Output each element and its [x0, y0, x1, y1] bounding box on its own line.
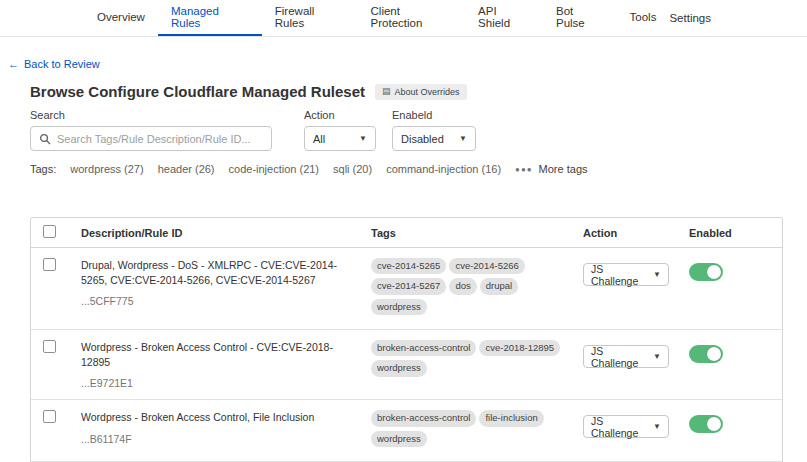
filters-row: Search Action All ▼ Enabeld Disable: [30, 109, 783, 151]
about-overrides-badge[interactable]: ▤ About Overrides: [375, 84, 467, 100]
tag-filter[interactable]: header (26): [158, 163, 215, 175]
rule-id: ...B61174F: [81, 433, 357, 445]
main-content: Browse Configure Cloudflare Managed Rule…: [0, 83, 807, 462]
select-all-checkbox[interactable]: [43, 225, 56, 238]
row-checkbox[interactable]: [43, 340, 56, 353]
row-checkbox-cell: [31, 258, 81, 274]
rules-table: Description/Rule ID Tags Action Enabled …: [30, 217, 783, 462]
chevron-down-icon: ▼: [459, 134, 467, 143]
more-tags-label: More tags: [539, 163, 588, 175]
enabled-select-value: Disabled: [401, 133, 444, 145]
table-row: Wordpress - Broken Access Control, File …: [31, 400, 782, 462]
tag-pill: broken-access-control: [371, 340, 476, 356]
row-checkbox[interactable]: [43, 410, 56, 423]
back-link-label: Back to Review: [24, 58, 100, 70]
rule-tags: cve-2014-5265cve-2014-5266cve-2014-5267d…: [371, 258, 583, 319]
tab-firewall-rules[interactable]: Firewall Rules: [262, 0, 358, 36]
tag-filter[interactable]: sqli (20): [333, 163, 372, 175]
tag-pill: drupal: [480, 278, 518, 294]
ellipsis-icon: ●●●: [515, 165, 533, 174]
tag-filter[interactable]: code-injection (21): [229, 163, 320, 175]
search-icon: [39, 133, 51, 145]
tags-bar: Tags: wordpress (27)header (26)code-inje…: [30, 163, 783, 175]
back-arrow-icon: ←: [8, 58, 19, 70]
toggle-knob: [707, 265, 721, 279]
top-nav: OverviewManaged RulesFirewall RulesClien…: [0, 0, 807, 37]
header-enabled: Enabled: [689, 227, 782, 239]
search-box: [30, 126, 272, 151]
tab-managed-rules[interactable]: Managed Rules: [158, 0, 262, 36]
row-enabled-cell: [689, 340, 782, 363]
chevron-down-icon: ▼: [653, 270, 661, 279]
tab-tools[interactable]: Tools: [617, 0, 670, 36]
row-description-cell: Drupal, Wordpress - DoS - XMLRPC - CVE:C…: [81, 258, 371, 307]
enabled-toggle[interactable]: [689, 345, 723, 363]
tab-settings[interactable]: Settings: [669, 0, 711, 36]
row-checkbox[interactable]: [43, 258, 56, 271]
enabled-toggle[interactable]: [689, 263, 723, 281]
title-row: Browse Configure Cloudflare Managed Rule…: [30, 83, 783, 100]
tag-pill: cve-2014-5267: [371, 278, 446, 294]
chevron-down-icon: ▼: [653, 352, 661, 361]
row-action-cell: JS Challenge ▼: [583, 410, 689, 438]
header-checkbox-cell: [31, 225, 81, 240]
tag-filter[interactable]: wordpress (27): [70, 163, 143, 175]
more-tags-button[interactable]: ●●● More tags: [515, 163, 587, 175]
rule-id: ...E9721E1: [81, 377, 357, 389]
header-tags: Tags: [371, 227, 583, 239]
tag-filter[interactable]: command-injection (16): [386, 163, 501, 175]
row-description-cell: Wordpress - Broken Access Control, File …: [81, 410, 371, 444]
rule-description: Wordpress - Broken Access Control - CVE:…: [81, 340, 357, 370]
rule-tags: broken-access-controlfile-inclusionwordp…: [371, 410, 583, 451]
table-header-row: Description/Rule ID Tags Action Enabled: [31, 218, 782, 248]
tab-overview[interactable]: Overview: [84, 0, 158, 36]
row-description-cell: Wordpress - Broken Access Control - CVE:…: [81, 340, 371, 389]
nav-tabs: OverviewManaged RulesFirewall RulesClien…: [84, 0, 669, 36]
tag-pill: file-inclusion: [479, 410, 543, 426]
enabled-filter: Enabeld Disabled ▼: [392, 109, 476, 151]
rule-id: ...5CFF775: [81, 295, 357, 307]
rule-action-select[interactable]: JS Challenge ▼: [583, 263, 669, 286]
action-filter: Action All ▼: [304, 109, 376, 151]
tag-pill: dos: [449, 278, 476, 294]
tab-bot-pulse[interactable]: Bot Pulse: [543, 0, 617, 36]
document-icon: ▤: [382, 87, 391, 96]
back-row: ← Back to Review: [0, 37, 807, 71]
tag-pill: cve-2018-12895: [479, 340, 560, 356]
enabled-select[interactable]: Disabled ▼: [392, 126, 476, 151]
chevron-down-icon: ▼: [653, 422, 661, 431]
row-action-cell: JS Challenge ▼: [583, 340, 689, 368]
action-select[interactable]: All ▼: [304, 126, 376, 151]
table-row: Drupal, Wordpress - DoS - XMLRPC - CVE:C…: [31, 248, 782, 330]
row-enabled-cell: [689, 258, 782, 281]
enabled-toggle[interactable]: [689, 415, 723, 433]
row-checkbox-cell: [31, 410, 81, 426]
tag-pill: wordpress: [371, 431, 427, 447]
tags-list: wordpress (27)header (26)code-injection …: [70, 163, 501, 175]
page-title: Browse Configure Cloudflare Managed Rule…: [30, 83, 365, 100]
rule-description: Wordpress - Broken Access Control, File …: [81, 410, 357, 425]
rule-description: Drupal, Wordpress - DoS - XMLRPC - CVE:C…: [81, 258, 357, 288]
rule-action-select[interactable]: JS Challenge ▼: [583, 415, 669, 438]
search-input[interactable]: [57, 133, 263, 145]
tab-client-protection[interactable]: Client Protection: [358, 0, 466, 36]
table-row: Wordpress - Broken Access Control - CVE:…: [31, 330, 782, 400]
rule-action-select[interactable]: JS Challenge ▼: [583, 345, 669, 368]
toggle-knob: [707, 417, 721, 431]
tab-api-shield[interactable]: API Shield: [465, 0, 543, 36]
rule-action-value: JS Challenge: [591, 415, 647, 439]
tag-pill: broken-access-control: [371, 410, 476, 426]
action-select-value: All: [313, 133, 325, 145]
row-enabled-cell: [689, 410, 782, 433]
header-action: Action: [583, 227, 689, 239]
row-action-cell: JS Challenge ▼: [583, 258, 689, 286]
tags-bar-label: Tags:: [30, 163, 56, 175]
action-label: Action: [304, 109, 376, 121]
toggle-knob: [707, 347, 721, 361]
search-label: Search: [30, 109, 272, 121]
about-overrides-label: About Overrides: [395, 87, 460, 97]
tag-pill: cve-2014-5265: [371, 258, 446, 274]
rule-action-value: JS Challenge: [591, 345, 647, 369]
tag-pill: wordpress: [371, 360, 427, 376]
back-link[interactable]: ← Back to Review: [8, 58, 100, 70]
